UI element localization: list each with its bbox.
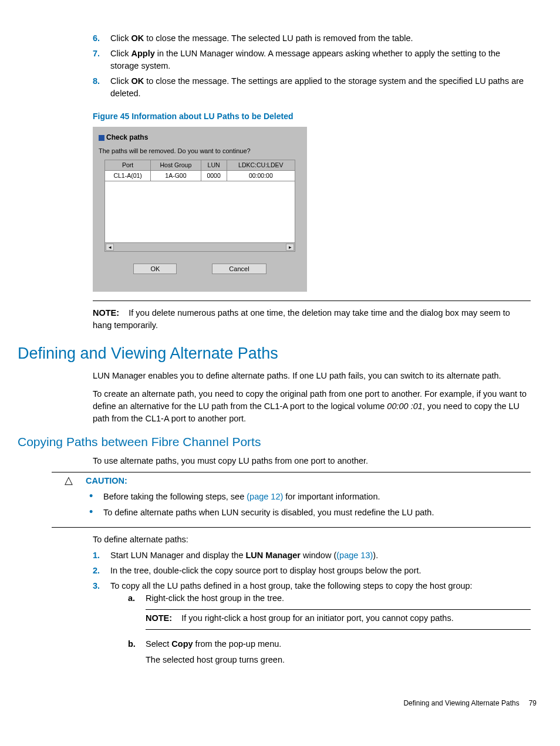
- note-delete-paths: NOTE: If you delete numerous paths at on…: [93, 307, 531, 332]
- step-number: 3.: [93, 580, 110, 669]
- divider: [52, 472, 531, 472]
- cell-host-group: 1A-G00: [151, 170, 201, 181]
- substeps-list: a. Right-click the host group in the tre…: [128, 592, 531, 666]
- cell-ldkc: 00:00:00: [227, 170, 295, 181]
- step-number: 6.: [93, 32, 110, 45]
- step-3: 3. To copy all the LU paths defined in a…: [93, 580, 531, 669]
- figure-caption: Figure 45 Information about LU Paths to …: [93, 110, 531, 122]
- check-paths-dialog: Check paths The paths will be removed. D…: [93, 127, 307, 292]
- step-6: 6. Click OK to close the message. The se…: [93, 32, 531, 45]
- paragraph-intro: LUN Manager enables you to define altern…: [93, 370, 531, 382]
- cell-lun: 0000: [201, 170, 227, 181]
- step-text: Click OK to close the message. The setti…: [110, 75, 531, 100]
- scroll-right-icon[interactable]: ▸: [286, 244, 294, 251]
- table-header-row: Port Host Group LUN LDKC:CU:LDEV: [105, 160, 295, 170]
- col-host-group: Host Group: [151, 160, 201, 170]
- step-number: 7.: [93, 48, 110, 72]
- steps-top-list: 6. Click OK to close the message. The se…: [93, 32, 531, 100]
- dialog-title: Check paths: [99, 133, 301, 143]
- divider: [93, 301, 531, 301]
- divider: [146, 609, 531, 610]
- caution-bullets: •Before taking the following steps, see …: [86, 491, 531, 519]
- step-text: Start LUN Manager and display the LUN Ma…: [110, 549, 531, 562]
- note-initiator: NOTE: If you right-click a host group fo…: [146, 613, 454, 623]
- step-number: 8.: [93, 75, 110, 100]
- col-port: Port: [105, 160, 151, 170]
- divider: [146, 629, 531, 630]
- step-8: 8. Click OK to close the message. The se…: [93, 75, 531, 100]
- footer-title: Defining and Viewing Alternate Paths: [403, 698, 519, 708]
- step-text: In the tree, double-click the copy sourc…: [110, 565, 531, 577]
- bullet-icon: •: [86, 491, 103, 503]
- paths-table: Port Host Group LUN LDKC:CU:LDEV CL1-A(0…: [104, 160, 295, 181]
- divider: [52, 527, 531, 528]
- scroll-left-icon[interactable]: ◂: [106, 244, 114, 251]
- dialog-title-icon: [99, 135, 104, 141]
- ok-button[interactable]: OK: [133, 264, 177, 274]
- cancel-button[interactable]: Cancel: [212, 264, 266, 274]
- bullet-2: •To define alternate paths when LUN secu…: [86, 507, 531, 519]
- step-number: 1.: [93, 549, 110, 562]
- table-empty-area: [104, 181, 295, 243]
- paragraph-define: To define alternate paths:: [93, 534, 531, 546]
- heading-alternate-paths: Defining and Viewing Alternate Paths: [18, 342, 542, 365]
- bullet-icon: •: [86, 507, 103, 519]
- heading-copying-paths: Copying Paths between Fibre Channel Port…: [18, 433, 542, 451]
- page-13-link[interactable]: (page 13): [336, 551, 373, 560]
- col-lun: LUN: [201, 160, 227, 170]
- step-7: 7. Click Apply in the LUN Manager window…: [93, 48, 531, 72]
- paragraph-copy: To use alternate paths, you must copy LU…: [93, 455, 531, 467]
- step-text: To copy all the LU paths defined in a ho…: [110, 580, 531, 669]
- page-footer: Defining and Viewing Alternate Paths 79: [18, 698, 542, 708]
- caution-icon: △: [52, 475, 86, 485]
- substep-letter: b.: [128, 638, 146, 666]
- step-number: 2.: [93, 565, 110, 577]
- bullet-1: •Before taking the following steps, see …: [86, 491, 531, 503]
- paragraph-create: To create an alternate path, you need to…: [93, 388, 531, 425]
- cell-port: CL1-A(01): [105, 170, 151, 181]
- step-2: 2. In the tree, double-click the copy so…: [93, 565, 531, 577]
- page-12-link[interactable]: (page 12): [247, 492, 283, 501]
- step-1: 1. Start LUN Manager and display the LUN…: [93, 549, 531, 562]
- page-number: 79: [529, 698, 537, 708]
- horizontal-scrollbar[interactable]: ◂ ▸: [104, 243, 295, 252]
- dialog-message: The paths will be removed. Do you want t…: [99, 147, 301, 156]
- steps-bottom-list: 1. Start LUN Manager and display the LUN…: [93, 549, 531, 669]
- step-text: Click OK to close the message. The selec…: [110, 32, 531, 45]
- dialog-buttons: OK Cancel: [99, 264, 301, 274]
- step-text: Click Apply in the LUN Manager window. A…: [110, 48, 531, 72]
- substep-a: a. Right-click the host group in the tre…: [128, 592, 531, 632]
- caution-block: △ CAUTION: •Before taking the following …: [52, 475, 531, 522]
- col-ldkc: LDKC:CU:LDEV: [227, 160, 295, 170]
- substep-letter: a.: [128, 592, 146, 632]
- table-row[interactable]: CL1-A(01) 1A-G00 0000 00:00:00: [105, 170, 295, 181]
- substep-b: b. Select Copy from the pop-up menu. The…: [128, 638, 531, 666]
- caution-label: CAUTION:: [86, 475, 531, 487]
